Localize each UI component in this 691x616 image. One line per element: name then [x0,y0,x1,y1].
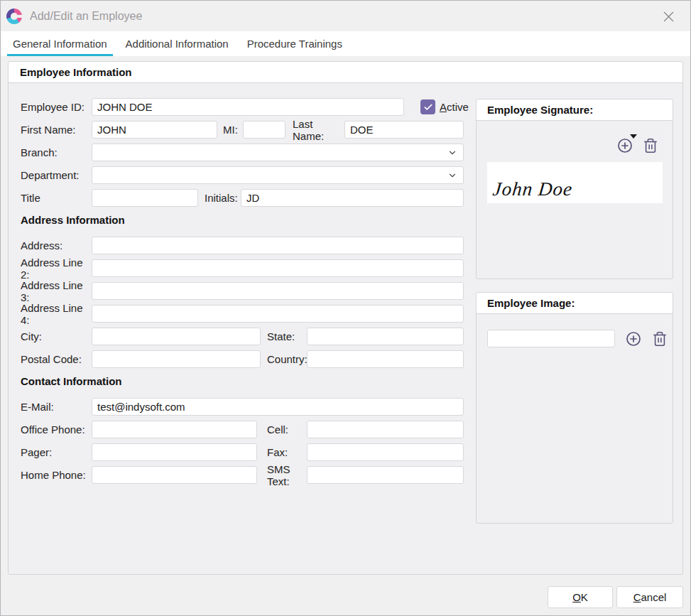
signature-canvas: John Doe [487,162,663,203]
pager-label: Pager: [21,446,92,458]
email-input[interactable] [92,398,464,416]
image-delete-button[interactable] [652,331,668,347]
address-row: Address: [21,237,464,254]
address-line-2-label: Address Line 2: [21,256,92,281]
active-label: Active [440,101,469,113]
tab-bar: General Information Additional Informati… [1,31,690,56]
address-input[interactable] [92,237,464,254]
fax-input[interactable] [307,443,464,461]
first-name-label: First Name: [21,124,92,136]
branch-row: Branch: [21,144,464,161]
employee-signature-title: Employee Signature: [477,99,673,121]
pager-input[interactable] [92,443,257,461]
home-sms-row: Home Phone: SMS Text: [21,466,464,484]
department-select[interactable] [92,166,464,184]
branch-select[interactable] [92,144,464,161]
fax-label: Fax: [267,446,307,458]
country-input[interactable] [307,350,464,368]
tab-general-information[interactable]: General Information [7,31,113,56]
last-name-input[interactable] [344,121,464,139]
dropdown-caret-icon [630,134,637,139]
sms-text-label: SMS Text: [267,463,307,487]
email-label: E-Mail: [21,401,92,413]
employee-signature-panel: Employee Signature: John Doe [476,99,673,279]
mi-input[interactable] [243,121,285,139]
signature-add-button[interactable] [616,137,633,154]
cell-input[interactable] [307,421,464,438]
ok-button[interactable]: OK [548,586,613,608]
title-bar: Add/Edit an Employee [1,1,690,31]
home-phone-input[interactable] [92,466,257,484]
department-label: Department: [21,169,92,181]
first-name-input[interactable] [92,121,217,139]
active-checkbox[interactable] [420,99,435,114]
window-title: Add/Edit an Employee [30,10,142,23]
employee-id-input[interactable] [92,98,404,116]
address-line-3-input[interactable] [92,282,464,300]
state-label: State: [267,330,307,342]
initials-input[interactable] [241,189,464,207]
home-phone-label: Home Phone: [21,469,92,481]
image-add-button[interactable] [625,330,642,347]
check-icon [423,102,433,112]
address-line-4-row: Address Line 4: [21,305,464,323]
address-line-2-row: Address Line 2: [21,259,464,277]
name-row: First Name: MI: Last Name: [21,121,464,139]
add-circle-icon [625,330,642,347]
initials-label: Initials: [205,192,241,204]
tab-procedure-trainings[interactable]: Procedure Trainings [241,31,348,56]
title-row: Title Initials: [21,189,464,207]
cell-label: Cell: [267,423,307,436]
employee-information-group: Employee Information Employee ID: Active… [8,61,683,575]
office-phone-input[interactable] [92,421,257,438]
email-row: E-Mail: [21,398,464,416]
title-input[interactable] [92,189,198,207]
city-state-row: City: State: [21,328,464,345]
close-icon [663,11,674,22]
last-name-label: Last Name: [293,118,344,142]
employee-id-row: Employee ID: Active [21,98,489,116]
employee-image-title: Employee Image: [477,293,673,314]
image-filename-input[interactable] [487,330,615,347]
mi-label: MI: [223,124,243,136]
close-button[interactable] [656,8,680,25]
city-label: City: [21,330,92,342]
employee-information-title: Employee Information [9,62,682,83]
postal-code-label: Postal Code: [21,353,92,365]
sms-text-input[interactable] [307,466,464,484]
branch-label: Branch: [21,146,92,158]
employee-image-panel: Employee Image: [476,292,673,524]
pager-fax-row: Pager: Fax: [21,443,464,461]
address-line-2-input[interactable] [92,259,464,277]
department-row: Department: [21,166,464,184]
office-cell-row: Office Phone: Cell: [21,421,464,438]
signature-text: John Doe [491,178,573,200]
address-label: Address: [21,239,92,252]
app-logo-icon [6,9,22,24]
cancel-button[interactable]: Cancel [616,586,683,608]
office-phone-label: Office Phone: [21,423,92,436]
city-input[interactable] [92,328,261,345]
address-line-3-row: Address Line 3: [21,282,464,300]
trash-icon [652,331,668,347]
employee-id-label: Employee ID: [21,101,92,113]
country-label: Country: [267,353,307,365]
address-line-4-label: Address Line 4: [21,302,92,326]
trash-icon [643,138,658,153]
title-label: Title [21,192,92,204]
postal-code-input[interactable] [92,350,261,368]
postal-country-row: Postal Code: Country: [21,350,464,368]
chevron-down-icon [447,171,457,180]
signature-delete-button[interactable] [643,138,658,153]
state-input[interactable] [307,328,464,345]
address-line-3-label: Address Line 3: [21,279,92,303]
tab-additional-information[interactable]: Additional Information [120,31,234,56]
chevron-down-icon [447,148,457,158]
add-circle-icon [616,137,633,154]
address-line-4-input[interactable] [92,305,464,323]
